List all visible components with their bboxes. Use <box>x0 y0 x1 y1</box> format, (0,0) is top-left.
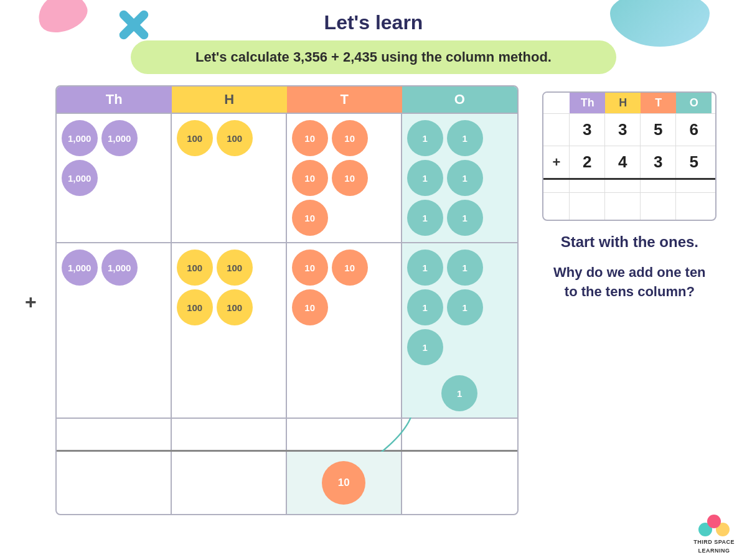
circle-100: 100 <box>217 289 253 325</box>
col-row2: + 2 4 3 5 <box>543 146 715 178</box>
circle-1: 1 <box>447 250 483 286</box>
instruction-start: Start with the ones. <box>561 233 698 251</box>
row1-t-cell: 10 10 10 10 10 <box>287 114 402 242</box>
carry-o-cell <box>402 452 517 514</box>
carry-10-circle: 10 <box>322 461 365 505</box>
grid-row-1: 1,000 1,000 1,000 100 100 10 10 10 10 10 <box>57 113 517 242</box>
column-method-table: Th H T O 3 3 5 6 + 2 4 3 5 <box>542 91 716 221</box>
circle-10: 10 <box>292 200 328 236</box>
tsl-circle-red <box>707 515 721 528</box>
col-empty-h <box>605 193 641 220</box>
col-empty-t <box>641 193 676 220</box>
row1-h-cell: 100 100 <box>172 114 287 242</box>
row1-th-cell: 1,000 1,000 1,000 <box>57 114 172 242</box>
tsl-text-line1: THIRD SPACE <box>693 539 735 545</box>
circle-10: 10 <box>292 160 328 196</box>
col-empty-o <box>676 193 712 220</box>
col-header-h: H <box>605 93 641 113</box>
circle-1000: 1,000 <box>101 250 138 286</box>
answer-th-cell <box>57 419 172 450</box>
col-spacer <box>543 93 570 113</box>
answer-h-cell <box>172 419 287 450</box>
col-r1-t: 5 <box>641 114 676 146</box>
col-r2-t: 3 <box>641 146 676 178</box>
col-empty-th <box>570 193 605 220</box>
col-res-h <box>605 180 641 192</box>
circle-1: 1 <box>447 160 483 196</box>
circle-1: 1 <box>447 120 483 156</box>
col-r2-o: 5 <box>676 146 712 178</box>
col-sign-1 <box>543 114 570 146</box>
grid-row-2: 1,000 1,000 100 100 100 100 10 10 10 <box>57 242 517 418</box>
right-panel: Th H T O 3 3 5 6 + 2 4 3 5 <box>537 85 722 302</box>
circle-1: 1 <box>407 200 443 236</box>
answer-t-cell <box>287 419 402 450</box>
grid-answer-row <box>57 418 517 450</box>
col-empty-sign <box>543 193 570 220</box>
circle-1: 1 <box>407 160 443 196</box>
circle-1000: 1,000 <box>62 120 98 156</box>
grid-carry-row: 10 <box>57 450 517 514</box>
circle-100: 100 <box>217 250 253 286</box>
carry-h-cell <box>172 452 287 514</box>
row2-h-cell: 100 100 100 100 <box>172 243 287 418</box>
tsl-logo: THIRD SPACE LEARNING <box>693 515 735 554</box>
row2-o-cell: 1 1 1 1 1 1 <box>402 243 517 418</box>
tsl-text-line2: LEARNING <box>698 548 730 554</box>
carry-th-cell <box>57 452 172 514</box>
instruction-question: Why do we add one tento the tens column? <box>553 263 705 302</box>
circle-1000: 1,000 <box>62 160 98 196</box>
grid-header-row: Th H T O <box>57 86 517 113</box>
col-r2-th: 2 <box>570 146 605 178</box>
place-value-grid-wrapper: Th H T O 1,000 1,000 1,000 100 100 <box>55 85 519 515</box>
circle-1: 1 <box>447 289 483 325</box>
col-res-t <box>641 180 676 192</box>
col-row1: 3 3 5 6 <box>543 113 715 146</box>
circle-10: 10 <box>332 120 368 156</box>
header-th: Th <box>57 86 172 113</box>
circle-100: 100 <box>217 120 253 156</box>
circle-1: 1 <box>407 120 443 156</box>
circle-100: 100 <box>177 250 213 286</box>
row2-t-cell: 10 10 10 <box>287 243 402 418</box>
col-sign-2: + <box>543 146 570 178</box>
col-res-th <box>570 180 605 192</box>
plus-operator: + <box>25 85 37 314</box>
circle-100: 100 <box>177 289 213 325</box>
col-r1-h: 3 <box>605 114 641 146</box>
col-header-o: O <box>676 93 712 113</box>
header-h: H <box>172 86 287 113</box>
header-t: T <box>287 86 402 113</box>
col-header-t: T <box>641 93 676 113</box>
row1-o-cell: 1 1 1 1 1 1 <box>402 114 517 242</box>
main-content: + Th H T O 1,000 1, <box>0 85 747 515</box>
carry-t-cell: 10 <box>287 452 402 514</box>
col-empty-row <box>543 192 715 220</box>
col-res-o <box>676 180 712 192</box>
place-value-grid: Th H T O 1,000 1,000 1,000 100 100 <box>55 85 519 515</box>
col-r1-th: 3 <box>570 114 605 146</box>
header-o: O <box>402 86 517 113</box>
col-header-th: Th <box>570 93 605 113</box>
circle-10: 10 <box>292 250 328 286</box>
col-result-spacer <box>543 180 570 192</box>
row2-th-cell: 1,000 1,000 <box>57 243 172 418</box>
circle-1: 1 <box>447 200 483 236</box>
circle-1000: 1,000 <box>62 250 98 286</box>
tsl-circles <box>698 515 730 536</box>
col-r2-h: 4 <box>605 146 641 178</box>
circle-10: 10 <box>292 120 328 156</box>
circle-100: 100 <box>177 120 213 156</box>
circle-1: 1 <box>407 289 443 325</box>
circle-1: 1 <box>407 329 443 365</box>
carry-one-circle: 1 <box>441 375 477 411</box>
circle-1000: 1,000 <box>101 120 138 156</box>
circle-10: 10 <box>332 250 368 286</box>
circle-10: 10 <box>292 289 328 325</box>
page-title: Let's learn <box>0 0 747 40</box>
circle-10: 10 <box>332 160 368 196</box>
col-r1-o: 6 <box>676 114 712 146</box>
col-line-row <box>543 178 715 192</box>
banner-text: Let's calculate 3,356 + 2,435 using the … <box>131 40 616 74</box>
col-header-row: Th H T O <box>543 93 715 113</box>
